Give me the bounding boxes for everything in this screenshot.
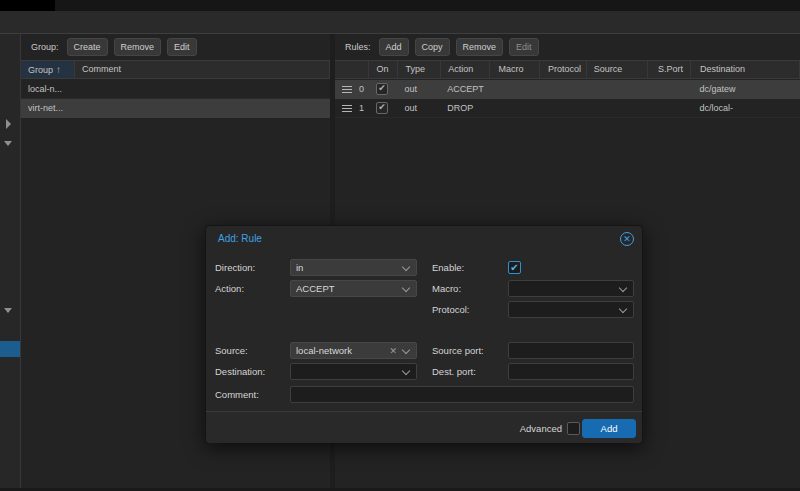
chevron-down-icon[interactable] xyxy=(402,367,410,375)
chevron-down-icon[interactable] xyxy=(402,263,410,271)
destination-combobox[interactable] xyxy=(290,363,417,380)
column-header-protocol-label: Protocol xyxy=(548,64,581,74)
rule-edit-button[interactable]: Edit xyxy=(509,38,539,56)
top-bar-black-segment xyxy=(0,0,55,11)
clear-icon[interactable]: ✕ xyxy=(389,344,397,358)
column-header-handle xyxy=(335,61,369,78)
chevron-down-icon[interactable] xyxy=(402,346,410,354)
column-header-source[interactable]: Source xyxy=(587,61,648,78)
chevron-down-icon[interactable] xyxy=(619,284,627,292)
group-edit-button[interactable]: Edit xyxy=(167,38,197,56)
chevron-down-icon[interactable] xyxy=(619,305,627,313)
action-label: Action: xyxy=(215,280,244,297)
advanced-label: Advanced xyxy=(520,423,562,434)
rule-source xyxy=(586,80,647,98)
dialog-title: Add: Rule xyxy=(218,233,262,244)
column-header-type[interactable]: Type xyxy=(398,61,442,78)
rule-enabled-checkbox[interactable]: ✔ xyxy=(376,83,388,95)
chevron-down-icon[interactable] xyxy=(402,284,410,292)
groups-grid-header: Group↑ Comment xyxy=(21,60,330,79)
enable-label: Enable: xyxy=(432,259,464,276)
group-remove-button[interactable]: Remove xyxy=(114,38,162,56)
column-header-destination-label: Destination xyxy=(700,64,745,74)
column-header-protocol[interactable]: Protocol xyxy=(540,61,587,78)
rule-type: out xyxy=(396,99,440,117)
column-header-macro[interactable]: Macro xyxy=(490,61,539,78)
macro-label: Macro: xyxy=(432,280,461,297)
column-header-comment[interactable]: Comment xyxy=(75,61,330,78)
rules-grid-header: On Type Action Macro Protocol Source S.P… xyxy=(335,60,800,79)
column-header-sport[interactable]: S.Port xyxy=(648,61,691,78)
rule-add-button[interactable]: Add xyxy=(379,38,409,56)
tree-selected-indicator[interactable] xyxy=(0,341,20,357)
rule-position: 1 xyxy=(359,99,364,117)
rules-toolbar-label: Rules: xyxy=(345,42,371,52)
rules-toolbar: Rules: Add Copy Remove Edit xyxy=(335,34,800,60)
collapse-arrow-bottom-icon[interactable] xyxy=(4,308,12,313)
dialog-add-button[interactable]: Add xyxy=(582,419,636,438)
comment-input[interactable] xyxy=(290,386,634,403)
rule-on-cell: ✔ xyxy=(367,99,396,117)
collapse-arrow-top-icon[interactable] xyxy=(4,141,12,146)
rule-enabled-checkbox[interactable]: ✔ xyxy=(376,102,388,114)
macro-combobox[interactable] xyxy=(508,280,634,297)
destination-label: Destination: xyxy=(215,363,265,380)
rule-destination: dc/local- xyxy=(691,99,800,117)
comment-label: Comment: xyxy=(215,386,259,403)
rule-row-1[interactable]: 1 ✔ out DROP dc/local- xyxy=(335,99,800,118)
enable-checkbox[interactable]: ✔ xyxy=(508,261,521,274)
rule-sport xyxy=(647,80,691,98)
rule-macro xyxy=(489,99,539,117)
group-create-button[interactable]: Create xyxy=(67,38,108,56)
protocol-label: Protocol: xyxy=(432,301,470,318)
direction-label: Direction: xyxy=(215,259,255,276)
close-icon[interactable]: ✕ xyxy=(620,232,634,246)
rule-on-cell: ✔ xyxy=(367,80,396,98)
source-label: Source: xyxy=(215,342,248,359)
source-port-input[interactable] xyxy=(508,342,634,359)
source-combobox[interactable]: local-network ✕ xyxy=(290,342,417,359)
rule-protocol xyxy=(539,80,586,98)
action-combobox[interactable]: ACCEPT xyxy=(290,280,417,297)
groups-toolbar-label: Group: xyxy=(31,42,59,52)
advanced-checkbox[interactable] xyxy=(567,422,580,435)
group-name: virt-net... xyxy=(21,99,75,117)
rule-sport xyxy=(647,99,691,117)
rule-row-0[interactable]: 0 ✔ out ACCEPT dc/gatew xyxy=(335,80,800,99)
column-header-group-label: Group xyxy=(28,65,53,75)
header-band xyxy=(0,11,800,34)
column-header-group[interactable]: Group↑ xyxy=(21,61,75,78)
action-value: ACCEPT xyxy=(296,281,335,296)
rule-row-handle-cell: 0 xyxy=(335,80,367,98)
protocol-combobox[interactable] xyxy=(508,301,634,318)
column-header-destination[interactable]: Destination xyxy=(691,61,800,78)
expand-arrow-icon[interactable] xyxy=(6,119,11,129)
rule-destination: dc/gatew xyxy=(691,80,800,98)
direction-value: in xyxy=(296,260,303,275)
column-header-on[interactable]: On xyxy=(369,61,398,78)
column-header-source-label: Source xyxy=(594,64,623,74)
column-header-action[interactable]: Action xyxy=(441,61,490,78)
direction-combobox[interactable]: in xyxy=(290,259,417,276)
drag-handle-icon[interactable] xyxy=(342,85,352,94)
sort-ascending-icon: ↑ xyxy=(56,64,61,75)
dest-port-input[interactable] xyxy=(508,363,634,380)
group-row-virt-network[interactable]: virt-net... xyxy=(21,99,330,118)
rule-action: DROP xyxy=(440,99,489,117)
collapsed-tree-strip xyxy=(0,34,21,491)
source-value: local-network xyxy=(296,343,352,358)
check-icon: ✔ xyxy=(378,84,386,93)
rule-remove-button[interactable]: Remove xyxy=(456,38,504,56)
close-x-glyph: ✕ xyxy=(621,233,633,245)
rule-copy-button[interactable]: Copy xyxy=(415,38,450,56)
groups-toolbar: Group: Create Remove Edit xyxy=(21,34,330,60)
column-header-type-label: Type xyxy=(406,64,426,74)
group-row-local-network[interactable]: local-n... xyxy=(21,80,330,99)
group-name: local-n... xyxy=(21,80,75,98)
drag-handle-icon[interactable] xyxy=(342,104,352,113)
top-bar xyxy=(0,0,800,11)
proxmox-firewall-screen: Group: Create Remove Edit Group↑ Comment… xyxy=(0,0,800,491)
column-header-sport-label: S.Port xyxy=(658,64,683,74)
rule-action: ACCEPT xyxy=(440,80,489,98)
rule-protocol xyxy=(539,99,586,117)
